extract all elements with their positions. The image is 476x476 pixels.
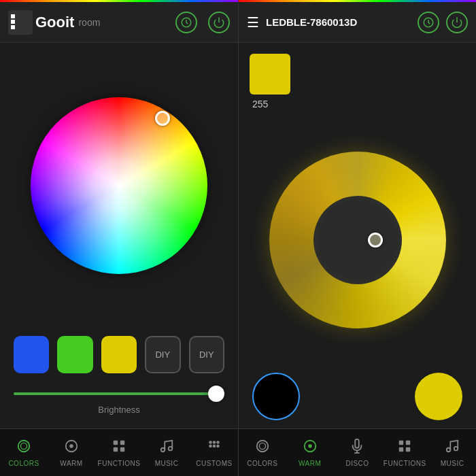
- left-header: Gooit room: [0, 2, 238, 43]
- preset-green-swatch[interactable]: [57, 336, 92, 373]
- preset-yellow-swatch[interactable]: [101, 336, 137, 373]
- svg-rect-2: [11, 20, 15, 24]
- warm-icon-right: [303, 439, 318, 457]
- right-panel: ☰ LEDBLE-7860013D 255: [238, 0, 476, 476]
- nav-label-customs-left: CUSTOMS: [196, 460, 232, 467]
- brightness-section: Brightness: [0, 381, 238, 428]
- nav-disco-right[interactable]: DISCO: [334, 429, 381, 476]
- nav-warm-left[interactable]: WARM: [48, 429, 95, 476]
- device-name: LEDBLE-7860013D: [266, 16, 411, 28]
- svg-rect-33: [406, 447, 410, 451]
- svg-point-14: [161, 447, 165, 452]
- disco-icon-right: [350, 439, 364, 457]
- color-preview-box: [250, 54, 290, 95]
- nav-customs-left[interactable]: CUSTOMS: [190, 429, 238, 476]
- nav-label-colors-left: COLORS: [8, 460, 39, 467]
- svg-point-7: [20, 443, 27, 449]
- svg-rect-12: [114, 447, 118, 451]
- functions-icon-left: [112, 439, 126, 457]
- nav-music-right[interactable]: MUSIC: [428, 429, 476, 476]
- music-icon-right: [445, 439, 460, 457]
- nav-label-functions-right: FUNCTIONS: [384, 460, 426, 467]
- nav-label-music-left: MUSIC: [155, 460, 179, 467]
- color-wheel[interactable]: [31, 97, 207, 274]
- svg-point-24: [257, 440, 269, 452]
- colors-icon-right: [255, 439, 270, 457]
- svg-point-20: [213, 444, 216, 447]
- colors-icon-left: [16, 439, 31, 457]
- brightness-thumb[interactable]: [208, 386, 224, 402]
- nav-colors-right[interactable]: COLORS: [239, 429, 286, 476]
- nav-label-functions-left: FUNCTIONS: [98, 460, 141, 467]
- color-preview-section: 255: [239, 43, 476, 115]
- right-bottom-nav: COLORS WARM DISCO: [239, 428, 476, 476]
- preset-diy1[interactable]: DIY: [145, 336, 181, 373]
- svg-rect-1: [11, 14, 15, 18]
- left-header-actions: [175, 12, 230, 33]
- menu-icon-right[interactable]: ☰: [247, 14, 259, 31]
- bottom-circles-section: [239, 364, 476, 428]
- power-button-right[interactable]: [446, 12, 468, 33]
- svg-point-19: [209, 444, 212, 447]
- logo-icon: [8, 10, 33, 35]
- nav-label-music-right: MUSIC: [441, 460, 464, 467]
- color-wheel-handle[interactable]: [155, 111, 170, 126]
- svg-rect-30: [399, 440, 403, 444]
- nav-colors-left[interactable]: COLORS: [0, 429, 48, 476]
- svg-point-34: [447, 447, 451, 452]
- svg-rect-13: [120, 447, 124, 451]
- svg-point-18: [216, 441, 220, 444]
- logo-text: Gooit: [35, 14, 74, 31]
- nav-label-colors-right: COLORS: [247, 460, 277, 467]
- preset-diy2[interactable]: DIY: [189, 336, 225, 373]
- room-label: room: [78, 17, 100, 28]
- svg-point-16: [209, 441, 212, 444]
- warm-wheel[interactable]: [269, 152, 446, 328]
- color-circle-yellow[interactable]: [415, 373, 462, 420]
- nav-music-left[interactable]: MUSIC: [143, 429, 190, 476]
- timer-button-right[interactable]: [418, 12, 439, 33]
- color-circle-black[interactable]: [252, 373, 300, 420]
- nav-label-warm-right: WARM: [299, 460, 321, 467]
- functions-icon-right: [397, 439, 412, 457]
- right-header: ☰ LEDBLE-7860013D: [239, 2, 476, 43]
- svg-point-17: [213, 441, 216, 444]
- nav-functions-left[interactable]: FUNCTIONS: [95, 429, 143, 476]
- preset-colors-section: DIY DIY: [0, 328, 238, 381]
- svg-point-21: [216, 444, 220, 447]
- timer-button-left[interactable]: [175, 12, 197, 33]
- brightness-track: [14, 392, 224, 395]
- nav-warm-right[interactable]: WARM: [286, 429, 334, 476]
- brightness-slider[interactable]: [14, 387, 224, 401]
- left-panel: Gooit room: [0, 0, 238, 476]
- svg-rect-10: [114, 440, 118, 444]
- svg-point-35: [454, 446, 458, 450]
- power-button-left[interactable]: [208, 12, 230, 33]
- preset-blue-swatch[interactable]: [14, 336, 49, 373]
- nav-label-warm-left: WARM: [60, 460, 82, 467]
- nav-label-disco-right: DISCO: [345, 460, 369, 467]
- svg-point-9: [69, 444, 73, 448]
- color-wheel-container[interactable]: [0, 43, 238, 328]
- left-bottom-nav: COLORS WARM FUNCTIONS: [0, 428, 238, 476]
- music-icon-left: [159, 439, 174, 457]
- svg-point-27: [308, 444, 312, 448]
- svg-rect-3: [11, 25, 15, 29]
- nav-functions-right[interactable]: FUNCTIONS: [381, 429, 428, 476]
- warm-wheel-inner: [313, 196, 402, 284]
- svg-point-6: [18, 440, 30, 452]
- customs-icon-left: [207, 439, 222, 457]
- warm-wheel-handle[interactable]: [368, 233, 383, 248]
- svg-rect-11: [120, 440, 124, 444]
- svg-rect-32: [399, 447, 403, 451]
- warm-wheel-container[interactable]: [239, 115, 476, 364]
- svg-rect-31: [406, 440, 410, 444]
- brightness-fill: [14, 392, 203, 395]
- brightness-label: Brightness: [14, 405, 224, 415]
- warm-icon-left: [64, 439, 79, 457]
- svg-point-25: [259, 443, 265, 449]
- color-value-display: 255: [252, 99, 268, 109]
- svg-point-15: [169, 446, 173, 450]
